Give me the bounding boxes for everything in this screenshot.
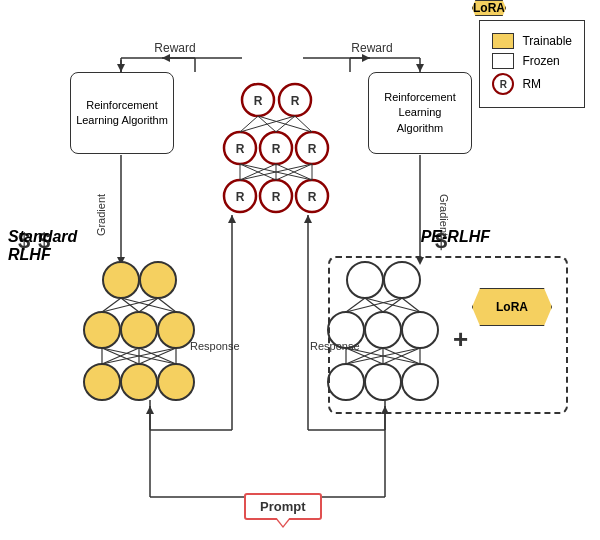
prompt-label: Prompt: [260, 499, 306, 514]
svg-text:R: R: [236, 142, 245, 156]
svg-point-66: [84, 312, 120, 348]
rl-algorithm-left-label: Reinforcement Learning Algorithm: [75, 98, 169, 129]
rl-algorithm-left-box: Reinforcement Learning Algorithm: [70, 72, 174, 154]
legend-box: Trainable Frozen R RM: [479, 20, 585, 108]
frozen-label: Frozen: [522, 54, 559, 68]
rm-swatch: R: [492, 73, 514, 95]
svg-text:R: R: [308, 190, 317, 204]
response-left-label: Response: [190, 340, 240, 352]
svg-text:R: R: [308, 142, 317, 156]
reward-right-label: Reward: [351, 41, 392, 55]
gradient-left-label: Gradient: [95, 194, 107, 236]
legend-rm: R RM: [492, 73, 572, 95]
svg-point-71: [158, 364, 194, 400]
svg-point-64: [103, 262, 139, 298]
svg-point-69: [84, 364, 120, 400]
svg-marker-10: [117, 64, 125, 72]
legend-frozen: Frozen: [492, 53, 572, 69]
trainable-label: Trainable: [522, 34, 572, 48]
standard-rlhf-label: StandardRLHF: [8, 228, 77, 264]
svg-marker-16: [162, 54, 170, 62]
pe-rlhf-dashed-box: [328, 256, 568, 414]
lora-box-2: LoRA: [472, 0, 506, 16]
svg-point-67: [121, 312, 157, 348]
rm-label: RM: [522, 77, 541, 91]
svg-point-65: [140, 262, 176, 298]
trainable-swatch: [492, 33, 514, 49]
rl-algorithm-right-box: ReinforcementLearningAlgorithm: [368, 72, 472, 154]
prompt-box[interactable]: Prompt: [244, 493, 322, 520]
pe-rlhf-label: PE-RLHF: [421, 228, 490, 246]
svg-marker-29: [146, 406, 154, 414]
legend-trainable: Trainable: [492, 33, 572, 49]
svg-point-70: [121, 364, 157, 400]
svg-text:R: R: [254, 94, 263, 108]
lora-box-1: LoRA: [472, 288, 552, 326]
svg-text:R: R: [272, 142, 281, 156]
svg-marker-22: [228, 215, 236, 223]
svg-text:R: R: [236, 190, 245, 204]
svg-marker-14: [416, 64, 424, 72]
svg-text:R: R: [291, 94, 300, 108]
rl-algorithm-right-label: ReinforcementLearningAlgorithm: [384, 90, 456, 136]
svg-text:R: R: [272, 190, 281, 204]
svg-marker-18: [362, 54, 370, 62]
svg-point-68: [158, 312, 194, 348]
frozen-swatch: [492, 53, 514, 69]
reward-left-label: Reward: [154, 41, 195, 55]
svg-marker-26: [304, 215, 312, 223]
